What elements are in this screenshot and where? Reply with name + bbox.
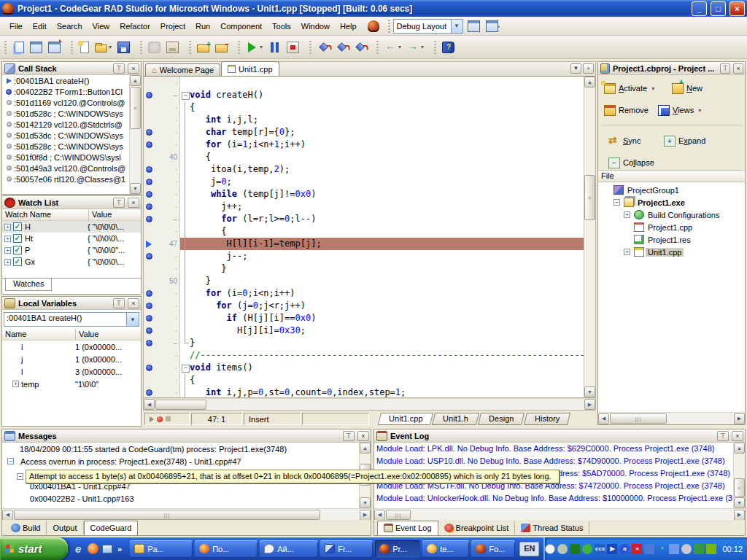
code-line[interactable]: ·{ (144, 374, 584, 386)
locals-value-column[interactable]: Value (75, 329, 141, 340)
pin-icon[interactable]: ⊤ (343, 431, 355, 441)
tray-a-icon[interactable]: a (619, 544, 630, 554)
watch-row[interactable]: +✓Ht{ "\0\0\0\... (2, 233, 141, 244)
dropdown-arrow-icon[interactable]: ▾ (260, 44, 263, 50)
scroll-down-icon[interactable]: ▼ (734, 497, 745, 508)
tray-wand-icon[interactable]: * (657, 544, 667, 554)
eventlog-tab-event-log[interactable]: Event Log (377, 521, 438, 535)
call-stack-row[interactable]: :501d1169 vcl120.@Controls@ (2, 97, 129, 108)
help-button[interactable] (439, 39, 457, 56)
watch-row[interactable]: +✓P{ "\0\0\0"... (2, 244, 141, 256)
breakable-line-icon[interactable] (146, 365, 152, 371)
watch-checkbox[interactable]: ✓ (13, 234, 22, 243)
desktop-layout-combo[interactable]: Debug Layout ▼ (393, 19, 463, 34)
macro-stop-icon[interactable] (166, 416, 171, 421)
scroll-up-icon[interactable]: ▲ (360, 443, 371, 454)
codeguard-hint-row[interactable]: − Attempt to access 1 byte(s) at 0x00406… (15, 470, 560, 483)
remove-from-project-button[interactable] (212, 39, 231, 56)
tree-item-project1-exe[interactable]: −Project1.exe (598, 196, 745, 209)
pin-icon[interactable]: ⊤ (113, 198, 125, 208)
code-line[interactable]: 50 } (144, 275, 584, 287)
scroll-right-icon[interactable]: ▶ (584, 399, 595, 410)
menu-window[interactable]: Window (296, 20, 335, 33)
save-all-button[interactable] (145, 39, 163, 56)
taskbar-button-7[interactable]: Fo... (471, 540, 515, 558)
code-line[interactable]: ·//-------------------------------------… (144, 349, 584, 362)
code-line[interactable]: · int i,j,p=0,st=0,count=0,index,step=1; (144, 386, 584, 398)
tree-item-unit1-cpp[interactable]: +Unit1.cpp (598, 246, 745, 258)
close-icon[interactable]: × (733, 63, 743, 74)
open-dropdown-button[interactable]: ▾ (92, 39, 115, 56)
tray-player-icon[interactable]: ▶ (607, 544, 617, 554)
run-until-return-button[interactable] (351, 39, 369, 56)
tray-smiley-icon[interactable] (582, 544, 592, 554)
code-line[interactable]: · for (i=0;i<n;i++) (144, 287, 584, 300)
navigate-forward-button[interactable]: ▾ (404, 39, 427, 56)
breakable-line-icon[interactable] (146, 203, 152, 210)
watch-checkbox[interactable]: ✓ (13, 246, 22, 254)
chevron-down-icon[interactable]: ▼ (126, 313, 139, 326)
event-log-row[interactable]: Module Load: UnlockerHook.dll. No Debug … (374, 492, 733, 505)
file-tab-unit1-cpp[interactable]: Unit1.cpp (378, 413, 434, 425)
activate-button[interactable]: Activate▾ (601, 79, 657, 97)
call-stack-row[interactable]: :501d53dc ; C:\WINDOWS\sys (2, 130, 129, 141)
menu-refactor[interactable]: Refactor (115, 20, 155, 33)
code-line[interactable]: ·{ (144, 101, 584, 114)
pin-icon[interactable]: ⊤ (717, 431, 729, 441)
call-stack-row[interactable]: :501f0f8d ; C:\WINDOWS\sysl (2, 152, 129, 163)
chevron-more-icon[interactable]: » (117, 545, 122, 553)
tree-item-project1-res[interactable]: Project1.res (598, 233, 745, 246)
new-unit-button[interactable] (76, 39, 92, 56)
menu-file[interactable]: File (4, 20, 28, 33)
code-line[interactable]: 40 { (144, 151, 584, 163)
call-stack-row[interactable]: :50057e06 rtl120.@Classes@1 (2, 174, 129, 184)
tray-ccs-icon[interactable]: ccs (595, 544, 605, 554)
sync-button[interactable]: Sync (605, 132, 643, 149)
watches-tab[interactable]: Watches (5, 279, 52, 291)
scroll-right-icon[interactable]: ▶ (734, 413, 745, 424)
code-line[interactable]: · H[j][i]=0x30; (144, 324, 584, 337)
code-line[interactable]: · j++; (144, 201, 584, 213)
code-line[interactable]: · while (temp[j]!=0x0) (144, 188, 584, 201)
scroll-down-icon[interactable]: ▼ (130, 183, 141, 194)
close-button[interactable]: × (729, 1, 745, 16)
breakable-line-icon[interactable] (146, 216, 152, 222)
macro-record-icon[interactable] (157, 416, 163, 422)
tray-update-icon[interactable] (694, 544, 704, 554)
fold-margin[interactable] (180, 89, 190, 101)
chevron-down-icon[interactable]: ▼ (451, 20, 462, 33)
call-stack-scrollbar[interactable]: ▲ ≡ ▼ (129, 75, 141, 194)
file-tab-design[interactable]: Design (478, 413, 525, 425)
tray-messenger-icon[interactable] (545, 544, 555, 554)
call-stack-row[interactable]: :501d528c ; C:\WINDOWS\sys (2, 141, 129, 152)
code-line[interactable]: · for (j=0;j<r;j++) (144, 300, 584, 312)
scroll-right-icon[interactable]: ▶ (734, 510, 745, 521)
program-reset-button[interactable] (284, 39, 302, 56)
message-row[interactable]: − Access overrun in process: Project1.ex… (2, 455, 359, 467)
dropdown-arrow-icon[interactable]: ▾ (698, 107, 701, 114)
save-desktop-button[interactable] (466, 19, 482, 34)
expand-toggle[interactable]: + (4, 224, 11, 230)
tray-globe-icon[interactable] (557, 544, 568, 554)
expand-toggle[interactable]: + (4, 236, 11, 242)
tray-cd-icon[interactable] (681, 544, 692, 554)
messages-tab-output[interactable]: Output (47, 521, 83, 534)
code-line[interactable]: · j=0; (144, 176, 584, 188)
fold-margin[interactable] (180, 362, 190, 374)
taskbar-button-6[interactable]: te... (422, 540, 469, 558)
expand-toggle[interactable]: + (4, 247, 11, 254)
tray-grid-icon[interactable] (570, 544, 580, 554)
code-line[interactable]: · } (144, 262, 584, 275)
close-icon[interactable]: × (128, 198, 139, 208)
step-over-button[interactable] (333, 39, 351, 56)
close-icon[interactable]: × (357, 431, 369, 441)
breakable-line-icon[interactable] (146, 253, 152, 260)
menu-view[interactable]: View (88, 20, 115, 33)
pause-button[interactable] (266, 39, 284, 56)
open-project-button[interactable] (45, 39, 63, 56)
local-variable-row[interactable]: j1 (0x00000... (2, 353, 141, 365)
scroll-left-icon[interactable]: ◀ (598, 413, 609, 424)
menu-tools[interactable]: Tools (267, 20, 296, 33)
breakable-line-icon[interactable] (146, 327, 152, 334)
show-desktop-icon[interactable] (101, 543, 113, 555)
